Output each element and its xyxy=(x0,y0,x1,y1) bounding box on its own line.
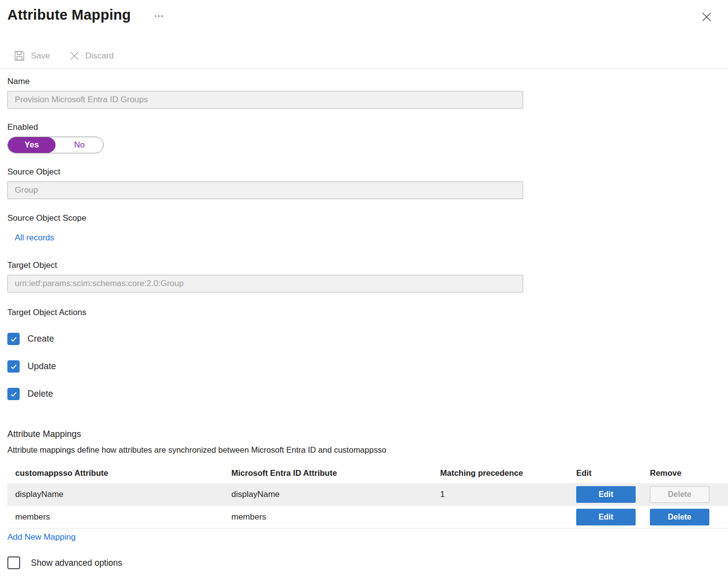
target-object-actions-label: Target Object Actions xyxy=(7,308,721,318)
attribute-mappings-heading: Attribute Mappings xyxy=(7,429,721,439)
column-header-customappsso-attribute: customappsso Attribute xyxy=(7,468,224,478)
action-delete-checkbox[interactable]: Delete xyxy=(7,388,96,400)
target-object-input[interactable] xyxy=(7,275,523,292)
show-advanced-options-checkbox[interactable]: Show advanced options xyxy=(7,556,155,569)
all-records-link[interactable]: All records xyxy=(15,233,54,243)
action-update-checkbox[interactable]: Update xyxy=(7,360,96,373)
source-object-label: Source Object xyxy=(7,167,721,177)
checkbox-unchecked-icon xyxy=(7,556,20,569)
target-object-label: Target Object xyxy=(7,261,721,270)
page-title: Attribute Mapping xyxy=(7,5,131,25)
checkbox-checked-icon xyxy=(7,388,20,400)
discard-label: Discard xyxy=(85,51,114,61)
action-delete-label: Delete xyxy=(28,389,53,399)
save-label: Save xyxy=(31,51,50,61)
cell-entra-attribute: displayName xyxy=(224,490,432,499)
edit-mapping-button[interactable]: Edit xyxy=(576,509,636,525)
mappings-table-header: customappsso Attribute Microsoft Entra I… xyxy=(7,463,728,483)
attribute-mapping-blade: Attribute Mapping ... Save Discard Name xyxy=(0,0,728,569)
cell-entra-attribute: members xyxy=(224,512,432,522)
source-object-scope-label: Source Object Scope xyxy=(7,213,721,223)
enabled-label: Enabled xyxy=(7,122,721,132)
table-row: members members Edit Delete xyxy=(7,506,728,528)
column-header-matching-precedence: Matching precedence xyxy=(432,468,568,478)
action-create-label: Create xyxy=(28,334,54,344)
close-icon[interactable] xyxy=(699,9,715,27)
enabled-toggle[interactable]: Yes No xyxy=(7,137,104,153)
save-icon xyxy=(13,50,26,62)
show-advanced-options-label: Show advanced options xyxy=(31,558,122,568)
column-header-edit: Edit xyxy=(568,468,642,478)
delete-mapping-button: Delete xyxy=(650,486,709,503)
checkbox-checked-icon xyxy=(7,360,20,373)
cell-attribute: members xyxy=(7,512,224,522)
toolbar-divider xyxy=(0,68,728,69)
cell-attribute: displayName xyxy=(7,490,224,499)
delete-mapping-button[interactable]: Delete xyxy=(650,509,709,525)
cell-matching-precedence: 1 xyxy=(432,490,568,499)
overflow-menu-icon[interactable]: ... xyxy=(154,12,164,17)
action-update-label: Update xyxy=(28,361,56,372)
name-input[interactable] xyxy=(7,91,523,109)
attribute-mappings-description: Attribute mappings define how attributes… xyxy=(7,445,721,455)
discard-icon xyxy=(69,50,80,61)
command-toolbar: Save Discard xyxy=(7,50,721,62)
source-object-input[interactable] xyxy=(7,181,523,199)
enabled-toggle-yes[interactable]: Yes xyxy=(8,137,56,153)
column-header-remove: Remove xyxy=(642,468,728,478)
add-new-mapping-link[interactable]: Add New Mapping xyxy=(7,532,76,542)
edit-mapping-button[interactable]: Edit xyxy=(576,486,636,503)
action-create-checkbox[interactable]: Create xyxy=(7,333,96,345)
column-header-entra-attribute: Microsoft Entra ID Attribute xyxy=(224,468,432,478)
save-button[interactable]: Save xyxy=(13,50,50,62)
blade-header: Attribute Mapping ... xyxy=(7,5,721,25)
discard-button[interactable]: Discard xyxy=(69,50,114,61)
name-label: Name xyxy=(7,77,721,87)
enabled-toggle-no[interactable]: No xyxy=(56,137,103,153)
checkbox-checked-icon xyxy=(7,333,20,345)
table-row: displayName displayName 1 Edit Delete xyxy=(7,483,728,506)
